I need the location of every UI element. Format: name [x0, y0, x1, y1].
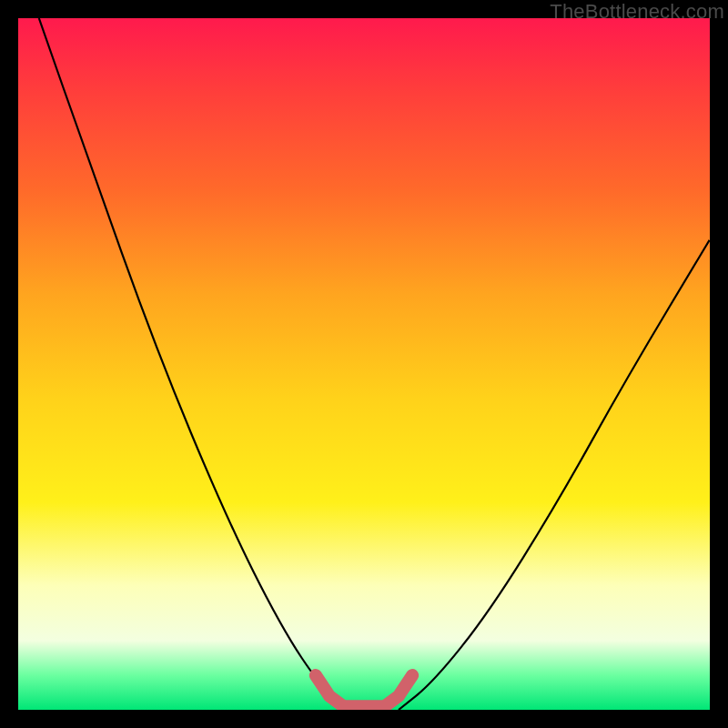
left-curve: [39, 18, 350, 710]
curve-layer: [18, 18, 710, 710]
plot-area: [18, 18, 710, 710]
bottom-marker: [316, 675, 412, 706]
watermark-text: TheBottleneck.com: [550, 0, 724, 24]
chart-frame: TheBottleneck.com: [0, 0, 728, 728]
right-curve: [399, 239, 710, 710]
